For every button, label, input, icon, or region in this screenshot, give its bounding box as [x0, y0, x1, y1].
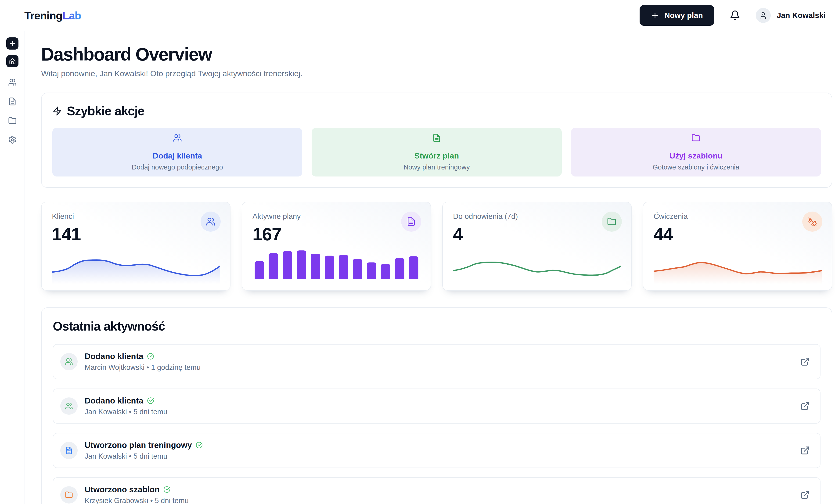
check-circle-icon: [147, 353, 154, 360]
sidebar-item-settings[interactable]: [8, 136, 17, 144]
activity-row: Dodano klienta Jan Kowalski • 5 dni temu: [53, 388, 820, 424]
activity-meta: Marcin Wojtkowski • 1 godzinę temu: [85, 363, 201, 372]
stat-card-renewals: Do odnowienia (7d) 4: [442, 202, 632, 290]
quick-action-add-client[interactable]: Dodaj klienta Dodaj nowego podopiecznego: [53, 128, 302, 177]
external-link-icon: [800, 446, 810, 455]
new-plan-button[interactable]: Nowy plan: [639, 5, 714, 26]
users-icon: [8, 78, 17, 86]
file-text-icon: [65, 446, 73, 455]
stat-label: Klienci: [52, 212, 220, 221]
notifications-button[interactable]: [730, 10, 740, 21]
external-link-icon: [800, 401, 810, 411]
plus-icon: [651, 11, 659, 20]
folder-icon: [65, 491, 73, 499]
activity-title: Dodano klienta: [85, 351, 143, 361]
sidebar-item-templates[interactable]: [8, 116, 17, 125]
file-text-icon: [8, 97, 17, 106]
open-activity-button[interactable]: [800, 490, 810, 500]
sidebar: [0, 31, 25, 504]
sidebar-item-plans[interactable]: [8, 97, 17, 106]
activity-row: Utworzono szablon Krzysiek Grabowski • 5…: [53, 477, 820, 504]
activity-meta: Krzysiek Grabowski • 5 dni temu: [85, 497, 189, 504]
activity-row: Dodano klienta Marcin Wojtkowski • 1 god…: [53, 344, 820, 379]
quick-actions-title: Szybkie akcje: [67, 104, 144, 118]
page-title: Dashboard Overview: [41, 44, 832, 65]
quick-action-subtitle: Gotowe szablony i ćwiczenia: [653, 163, 739, 171]
quick-action-title: Użyj szablonu: [670, 151, 722, 160]
user-name: Jan Kowalski: [777, 11, 826, 20]
stat-label: Ćwiczenia: [654, 212, 821, 221]
stat-value: 167: [252, 224, 420, 244]
stat-card-exercises: Ćwiczenia 44: [643, 202, 832, 290]
activity-meta: Jan Kowalski • 5 dni temu: [85, 452, 203, 461]
stat-card-clients: Klienci 141: [41, 202, 230, 290]
quick-action-create-plan[interactable]: Stwórz plan Nowy plan treningowy: [312, 128, 562, 177]
recent-activity-title: Ostatnia aktywność: [53, 319, 820, 334]
bell-icon: [730, 10, 740, 21]
app-logo: TreningLab: [24, 9, 81, 22]
open-activity-button[interactable]: [800, 401, 810, 411]
quick-action-title: Dodaj klienta: [152, 151, 202, 160]
activity-list: Dodano klienta Marcin Wojtkowski • 1 god…: [53, 344, 820, 504]
open-activity-button[interactable]: [800, 446, 810, 455]
clients-sparkline-chart: [52, 248, 220, 284]
folder-icon: [602, 211, 622, 231]
folder-icon: [8, 116, 17, 125]
users-icon: [65, 358, 73, 366]
page-subtitle: Witaj ponownie, Jan Kowalski! Oto przegl…: [41, 69, 832, 78]
stat-value: 44: [654, 224, 821, 244]
external-link-icon: [800, 357, 810, 366]
stat-value: 4: [453, 224, 621, 244]
stat-value: 141: [52, 224, 220, 244]
sidebar-item-clients[interactable]: [8, 78, 17, 86]
file-text-icon: [401, 211, 421, 231]
stat-card-active-plans: Aktywne plany 167: [242, 202, 431, 290]
users-icon: [201, 211, 221, 231]
folder-icon: [691, 134, 700, 142]
sidebar-item-dashboard[interactable]: [6, 55, 18, 67]
avatar: [756, 8, 771, 23]
external-link-icon: [800, 490, 810, 500]
recent-activity-panel: Ostatnia aktywność Dodano klienta Marcin…: [41, 307, 832, 504]
file-text-icon: [432, 134, 441, 142]
top-header: TreningLab Nowy plan Jan Kowalski: [0, 0, 835, 31]
quick-action-subtitle: Dodaj nowego podopiecznego: [132, 163, 223, 171]
stat-label: Aktywne plany: [252, 212, 420, 221]
activity-row: Utworzono plan treningowy Jan Kowalski •…: [53, 433, 820, 468]
activity-meta: Jan Kowalski • 5 dni temu: [85, 408, 167, 416]
check-circle-icon: [163, 486, 170, 493]
new-plan-label: Nowy plan: [664, 11, 703, 20]
settings-icon: [8, 136, 17, 144]
zap-icon: [53, 106, 62, 116]
activity-title: Dodano klienta: [85, 396, 143, 405]
quick-actions-panel: Szybkie akcje Dodaj klienta Dodaj nowego…: [41, 93, 832, 188]
user-menu[interactable]: Jan Kowalski: [756, 8, 826, 23]
active-plans-bar-chart: [252, 249, 421, 279]
main-content: Dashboard Overview Witaj ponownie, Jan K…: [41, 31, 832, 504]
users-icon: [65, 402, 73, 410]
stat-label: Do odnowienia (7d): [453, 212, 621, 221]
quick-action-use-template[interactable]: Użyj szablonu Gotowe szablony i ćwiczeni…: [571, 128, 821, 177]
stats-row: Klienci 141 Aktywne plany 167 Do odnowie…: [41, 202, 832, 290]
dumbbell-icon: [802, 211, 822, 231]
open-activity-button[interactable]: [800, 357, 810, 366]
quick-action-title: Stwórz plan: [414, 151, 459, 160]
users-icon: [173, 134, 182, 142]
quick-action-subtitle: Nowy plan treningowy: [404, 163, 470, 171]
check-circle-icon: [196, 442, 203, 449]
activity-title: Utworzono plan treningowy: [85, 440, 192, 450]
activity-title: Utworzono szablon: [85, 485, 160, 494]
user-icon: [759, 12, 767, 19]
exercises-sparkline-chart: [654, 248, 822, 284]
renewals-line-chart: [453, 248, 621, 284]
logo-text-primary: Trening: [24, 9, 62, 22]
plus-icon: [9, 40, 16, 47]
check-circle-icon: [147, 397, 154, 404]
sidebar-item-new[interactable]: [6, 37, 18, 49]
logo-text-accent: Lab: [62, 9, 81, 22]
home-icon: [9, 58, 16, 65]
